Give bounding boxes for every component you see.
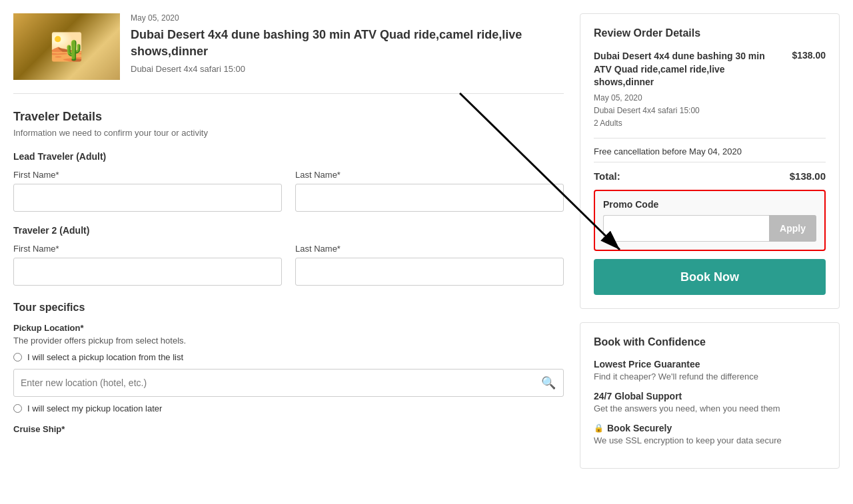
book-now-button[interactable]: Book Now [594, 259, 826, 295]
traveler2-lastname-input[interactable] [295, 258, 564, 286]
traveler1-lastname-input[interactable] [295, 184, 564, 212]
order-item-name: Dubai Desert 4x4 dune bashing 30 min ATV… [594, 50, 784, 89]
order-item-date: May 05, 2020 [594, 92, 784, 105]
traveler2-firstname-group: First Name* [13, 244, 282, 286]
left-column: May 05, 2020 Dubai Desert 4x4 dune bashi… [13, 13, 564, 469]
traveler1-lastname-label: Last Name* [295, 170, 564, 180]
traveler1-group: Lead Traveler (Adult) First Name* Last N… [13, 151, 564, 212]
promo-section: Promo Code Apply [594, 190, 826, 251]
traveler1-name-row: First Name* Last Name* [13, 170, 564, 212]
tour-specifics-section: Tour specifics Pickup Location* The prov… [13, 302, 564, 434]
order-item-subtitle: Dubai Desert 4x4 safari 15:00 [594, 105, 784, 117]
traveler2-group: Traveler 2 (Adult) First Name* Last Name… [13, 225, 564, 286]
total-label: Total: [594, 170, 620, 182]
traveler2-firstname-label: First Name* [13, 244, 282, 254]
order-item-details: Dubai Desert 4x4 dune bashing 30 min ATV… [594, 50, 784, 130]
confidence-title: Book with Confidence [594, 336, 826, 348]
traveler1-lastname-group: Last Name* [295, 170, 564, 212]
tour-image [13, 13, 120, 80]
traveler-details-subtitle: Information we need to confirm your tour… [13, 128, 564, 138]
tour-info: May 05, 2020 Dubai Desert 4x4 dune bashi… [131, 13, 564, 80]
confidence-item-1: 24/7 Global Support Get the answers you … [594, 391, 826, 413]
confidence-item-2-title: Book Securely [607, 423, 672, 433]
radio-option-later[interactable]: I will select my pickup location later [13, 403, 564, 413]
radio-option-list[interactable]: I will select a pickup location from the… [13, 352, 564, 362]
radio-pickup-list[interactable] [13, 353, 22, 362]
order-item: Dubai Desert 4x4 dune bashing 30 min ATV… [594, 50, 826, 130]
order-total: Total: $138.00 [594, 162, 826, 182]
free-cancellation: Free cancellation before May 04, 2020 [594, 138, 826, 156]
traveler-details-section: Traveler Details Information we need to … [13, 110, 564, 286]
radio-pickup-later-label[interactable]: I will select my pickup location later [27, 403, 162, 413]
order-card: Review Order Details Dubai Desert 4x4 du… [580, 13, 840, 309]
promo-code-input[interactable] [603, 215, 769, 242]
traveler2-lastname-group: Last Name* [295, 244, 564, 286]
traveler-details-title: Traveler Details [13, 110, 564, 124]
traveler2-label: Traveler 2 (Adult) [13, 225, 564, 236]
apply-button[interactable]: Apply [769, 215, 816, 242]
traveler2-name-row: First Name* Last Name* [13, 244, 564, 286]
confidence-item-2-desc: We use SSL encryption to keep your data … [594, 435, 826, 445]
confidence-item-1-title: 24/7 Global Support [594, 391, 826, 401]
order-item-price: $138.00 [792, 50, 826, 61]
traveler2-lastname-label: Last Name* [295, 244, 564, 254]
radio-pickup-list-label[interactable]: I will select a pickup location from the… [27, 352, 183, 362]
pickup-location-label: Pickup Location* [13, 323, 564, 333]
tour-date: May 05, 2020 [131, 13, 564, 23]
total-price: $138.00 [790, 170, 826, 182]
order-item-adults: 2 Adults [594, 117, 784, 130]
radio-pickup-later[interactable] [13, 404, 22, 413]
confidence-item-0: Lowest Price Guarantee Find it cheaper? … [594, 359, 826, 381]
pickup-note: The provider offers pickup from select h… [13, 336, 564, 346]
traveler2-firstname-input[interactable] [13, 258, 282, 286]
promo-label: Promo Code [603, 199, 816, 210]
tour-subtitle: Dubai Desert 4x4 safari 15:00 [131, 64, 564, 74]
search-icon[interactable]: 🔍 [541, 376, 556, 390]
confidence-item-0-desc: Find it cheaper? We'll refund the differ… [594, 372, 826, 381]
lock-icon: 🔒 [594, 423, 604, 433]
tour-title: Dubai Desert 4x4 dune bashing 30 min ATV… [131, 27, 564, 60]
location-input-wrap: 🔍 [13, 369, 564, 397]
confidence-item-2-title-wrap: 🔒 Book Securely [594, 423, 826, 433]
confidence-card: Book with Confidence Lowest Price Guaran… [580, 322, 840, 469]
order-card-title: Review Order Details [594, 27, 826, 39]
promo-input-row: Apply [603, 215, 816, 242]
traveler1-firstname-label: First Name* [13, 170, 282, 180]
tour-header: May 05, 2020 Dubai Desert 4x4 dune bashi… [13, 13, 564, 94]
traveler1-firstname-input[interactable] [13, 184, 282, 212]
confidence-item-0-title: Lowest Price Guarantee [594, 359, 826, 370]
location-input[interactable] [13, 369, 564, 397]
cruise-ship-label: Cruise Ship* [13, 424, 564, 434]
confidence-item-1-desc: Get the answers you need, when you need … [594, 403, 826, 413]
traveler1-firstname-group: First Name* [13, 170, 282, 212]
tour-specifics-title: Tour specifics [13, 302, 564, 314]
traveler1-label: Lead Traveler (Adult) [13, 151, 564, 162]
confidence-item-2: 🔒 Book Securely We use SSL encryption to… [594, 423, 826, 445]
right-column: Review Order Details Dubai Desert 4x4 du… [580, 13, 840, 469]
